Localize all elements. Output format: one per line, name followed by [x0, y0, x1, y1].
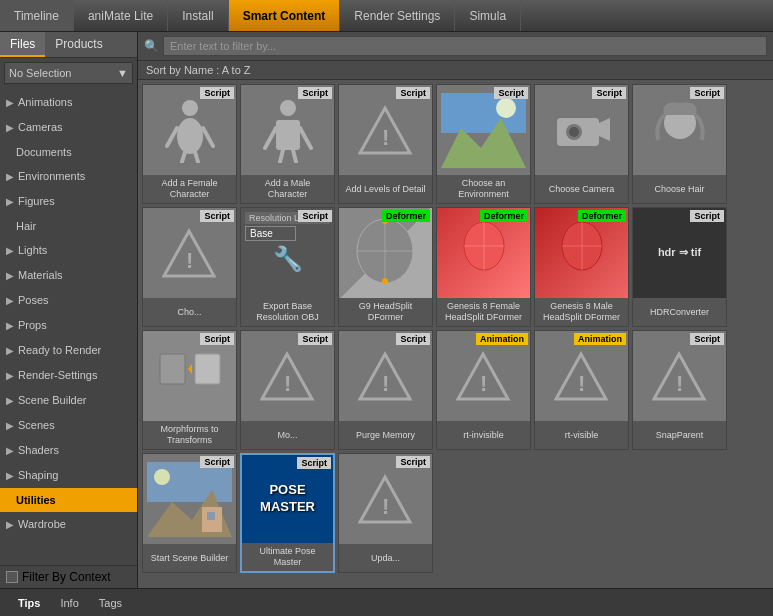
item-label: Add a Female Character: [143, 175, 236, 203]
badge-script: Script: [298, 333, 332, 345]
filter-context-checkbox[interactable]: [6, 571, 18, 583]
svg-point-0: [182, 100, 198, 116]
svg-text:!: !: [382, 371, 389, 396]
nav-tab-install[interactable]: Install: [168, 0, 228, 31]
sidebar-item-wardrobe[interactable]: ▶Wardrobe: [0, 512, 137, 537]
item-snapparent[interactable]: Script ! SnapParent: [632, 330, 727, 450]
badge-script: Script: [396, 456, 430, 468]
sidebar-item-materials[interactable]: ▶Materials: [0, 263, 137, 288]
item-add-levels-of-detail[interactable]: Script ! Add Levels of Detail: [338, 84, 433, 204]
item-label: rt-visible: [535, 421, 628, 449]
svg-text:!: !: [284, 371, 291, 396]
nav-tab-render[interactable]: Render Settings: [340, 0, 455, 31]
dropdown-label: No Selection: [9, 67, 71, 79]
item-label: rt-invisible: [437, 421, 530, 449]
sidebar-item-documents[interactable]: Documents: [0, 140, 137, 164]
files-products-bar: Files Products: [0, 32, 137, 58]
item-label: SnapParent: [633, 421, 726, 449]
item-cho-more[interactable]: Script ! Cho...: [142, 207, 237, 327]
sidebar-item-cameras[interactable]: ▶Cameras: [0, 115, 137, 140]
svg-point-6: [280, 100, 296, 116]
svg-line-4: [182, 152, 185, 162]
svg-text:!: !: [186, 248, 193, 273]
badge-deformer: Deformer: [578, 210, 626, 222]
badge-script: Script: [396, 333, 430, 345]
sort-bar: Sort by Name : A to Z: [138, 61, 773, 80]
item-choose-environment[interactable]: Script Choose an Environment: [436, 84, 531, 204]
item-label: Choose Camera: [535, 175, 628, 203]
item-genesis8f-headsplit[interactable]: Deformer Genesis 8 Female HeadSplit DFor…: [436, 207, 531, 327]
svg-text:!: !: [480, 371, 487, 396]
svg-rect-35: [160, 354, 185, 384]
nav-tab-timeline[interactable]: Timeline: [0, 0, 74, 31]
item-label: Add a Male Character: [241, 175, 334, 203]
nav-tab-smart-content[interactable]: Smart Content: [229, 0, 341, 31]
item-morphforms[interactable]: Script Morphforms to Transforms: [142, 330, 237, 450]
item-ultimate-pose-master[interactable]: Script POSEMASTER Ultimate Pose Master: [240, 453, 335, 573]
item-label: Choose an Environment: [437, 175, 530, 203]
svg-line-10: [280, 150, 283, 162]
sidebar-item-hair[interactable]: Hair: [0, 214, 137, 238]
tab-tips[interactable]: Tips: [8, 593, 50, 613]
item-hdrconverter[interactable]: Script hdr ⇒ tif HDRConverter: [632, 207, 727, 327]
sidebar: Files Products No Selection ▼ ▶Animation…: [0, 32, 138, 588]
sidebar-item-rendersettings[interactable]: ▶Render-Settings: [0, 363, 137, 388]
bottom-tabs: Tips Info Tags: [0, 588, 773, 616]
sidebar-item-animations[interactable]: ▶Animations: [0, 90, 137, 115]
sidebar-item-shaping[interactable]: ▶Shaping: [0, 463, 137, 488]
item-choose-hair[interactable]: Script Choose Hair: [632, 84, 727, 204]
tab-tags[interactable]: Tags: [89, 593, 132, 613]
nav-tab-simula[interactable]: Simula: [455, 0, 521, 31]
item-purge-memory[interactable]: Script ! Purge Memory: [338, 330, 433, 450]
item-rt-invisible[interactable]: Animation ! rt-invisible: [436, 330, 531, 450]
nav-tab-animate[interactable]: aniMate Lite: [74, 0, 168, 31]
item-mo-more[interactable]: Script ! Mo...: [240, 330, 335, 450]
sidebar-item-shaders[interactable]: ▶Shaders: [0, 438, 137, 463]
search-input[interactable]: [163, 36, 767, 56]
item-choose-camera[interactable]: Script Choose Camera: [534, 84, 629, 204]
badge-script: Script: [200, 456, 234, 468]
item-rt-visible[interactable]: Animation ! rt-visible: [534, 330, 629, 450]
sidebar-item-scenes[interactable]: ▶Scenes: [0, 413, 137, 438]
chevron-down-icon: ▼: [117, 67, 128, 79]
item-upda[interactable]: Script ! Upda...: [338, 453, 433, 573]
item-label: Add Levels of Detail: [339, 175, 432, 203]
svg-line-9: [300, 128, 311, 148]
sidebar-item-props[interactable]: ▶Props: [0, 313, 137, 338]
sidebar-item-environments[interactable]: ▶Environments: [0, 164, 137, 189]
sidebar-item-lights[interactable]: ▶Lights: [0, 238, 137, 263]
item-export-base-resolution[interactable]: Script Resolution Level Base 🔧 Export Ba…: [240, 207, 335, 327]
item-g9-headsplit[interactable]: Deformer G9 HeadSplit DFormer: [338, 207, 433, 327]
sort-label: Sort by Name : A to Z: [146, 64, 251, 76]
item-start-scene-builder[interactable]: Script Start Scene Builder: [142, 453, 237, 573]
svg-rect-52: [207, 512, 215, 520]
item-label: Cho...: [143, 298, 236, 326]
badge-script: Script: [298, 210, 332, 222]
item-label: HDRConverter: [633, 298, 726, 326]
svg-line-11: [293, 150, 296, 162]
item-label: Ultimate Pose Master: [242, 543, 333, 571]
svg-text:!: !: [676, 371, 683, 396]
badge-deformer: Deformer: [382, 210, 430, 222]
badge-script: Script: [298, 87, 332, 99]
sidebar-item-readytorender[interactable]: ▶Ready to Render: [0, 338, 137, 363]
svg-rect-7: [276, 120, 300, 150]
sidebar-item-poses[interactable]: ▶Poses: [0, 288, 137, 313]
products-tab[interactable]: Products: [45, 32, 112, 57]
item-add-female-character[interactable]: Script Add a Female Character: [142, 84, 237, 204]
svg-point-20: [569, 127, 579, 137]
badge-animation: Animation: [476, 333, 528, 345]
item-genesis8m-headsplit[interactable]: Deformer Genesis 8 Male HeadSplit DForme…: [534, 207, 629, 327]
svg-line-5: [195, 152, 198, 162]
tab-info[interactable]: Info: [50, 593, 88, 613]
badge-script: Script: [690, 210, 724, 222]
sidebar-item-figures[interactable]: ▶Figures: [0, 189, 137, 214]
no-selection-dropdown[interactable]: No Selection ▼: [4, 62, 133, 84]
badge-script: Script: [200, 210, 234, 222]
sidebar-item-utilities[interactable]: Utilities: [0, 488, 137, 512]
item-add-male-character[interactable]: Script Add a Male Character: [240, 84, 335, 204]
items-grid: Script Add a Female Character Script: [138, 80, 773, 588]
svg-point-16: [496, 98, 516, 118]
files-tab[interactable]: Files: [0, 32, 45, 57]
sidebar-item-scenebuilder[interactable]: ▶Scene Builder: [0, 388, 137, 413]
